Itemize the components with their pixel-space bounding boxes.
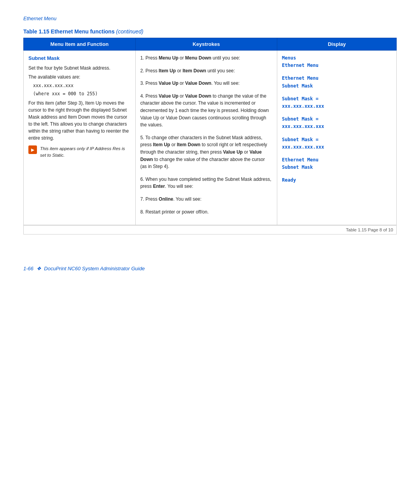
footer-title: DocuPrint NC60 System Administrator Guid… [44, 266, 145, 271]
step-1: 1. Press Menu Up or Menu Down until you … [140, 54, 272, 62]
menu-item-desc3: For this item (after Step 3), Item Up mo… [28, 100, 131, 142]
display-1: MenusEthernet Menu [282, 54, 392, 69]
display-6: Ethernet MenuSubnet Mask [282, 156, 392, 171]
display-8 [282, 189, 392, 196]
menu-item-desc2: The available values are: [28, 74, 131, 80]
step-6: 6. When you have completed setting the S… [140, 176, 272, 190]
display-4: Subnet Mask =xxx.xxx.xxx.xxx [282, 116, 392, 130]
page-number: 1-66 [23, 266, 33, 271]
diamond-icon: ❖ [37, 266, 41, 271]
display-5: Subnet Mask =xxx.xxx.xxx.xxx [282, 136, 392, 151]
step-8: 8. Restart printer or power off/on. [140, 208, 272, 216]
monospace-value2: (where xxx = 000 to 255) [33, 91, 131, 97]
display-2: Ethernet MenuSubnet Mask [282, 75, 392, 89]
menu-item-cell: Subnet Mask Set the four byte Subnet Mas… [24, 51, 136, 225]
display-3: Subnet Mask =xxx.xxx.xxx.xxx [282, 95, 392, 110]
display-cell: MenusEthernet MenuEthernet MenuSubnet Ma… [277, 51, 397, 225]
table-title: Table 1.15 Ethernet Menu functions (cont… [23, 28, 397, 35]
col-header-keys: Keystrokes [135, 38, 277, 51]
col-header-display: Display [277, 38, 397, 51]
monospace-value1: xxx.xxx.xxx.xxx [33, 82, 131, 89]
step-7: 7. Press Online. You will see: [140, 196, 272, 203]
note-text: This item appears only if IP Address Res… [40, 145, 131, 159]
step-4: 4. Press Value Up or Value Down to chang… [140, 93, 272, 129]
table-row: Subnet Mask Set the four byte Subnet Mas… [24, 51, 397, 225]
display-7: Ready [282, 177, 392, 184]
col-header-menu: Menu Item and Function [24, 38, 136, 51]
note-icon [28, 145, 37, 154]
page-header: Ethernet Menu [23, 16, 397, 21]
menu-item-desc1: Set the four byte Subnet Mask address. [28, 65, 131, 72]
table-footer: Table 1.15 Page 8 of 10 [23, 225, 397, 234]
keystrokes-cell: 1. Press Menu Up or Menu Down until you … [135, 51, 277, 225]
main-table: Menu Item and Function Keystrokes Displa… [23, 38, 397, 225]
page-footer: 1-66 ❖ DocuPrint NC60 System Administrat… [23, 266, 397, 271]
step-2: 2. Press Item Up or Item Down until you … [140, 67, 272, 75]
menu-item-title: Subnet Mask [28, 54, 131, 62]
step-5: 5. To change other characters in the Sub… [140, 134, 272, 170]
note-box: This item appears only if IP Address Res… [28, 145, 131, 159]
step-3: 3. Press Value Up or Value Down. You wil… [140, 80, 272, 87]
